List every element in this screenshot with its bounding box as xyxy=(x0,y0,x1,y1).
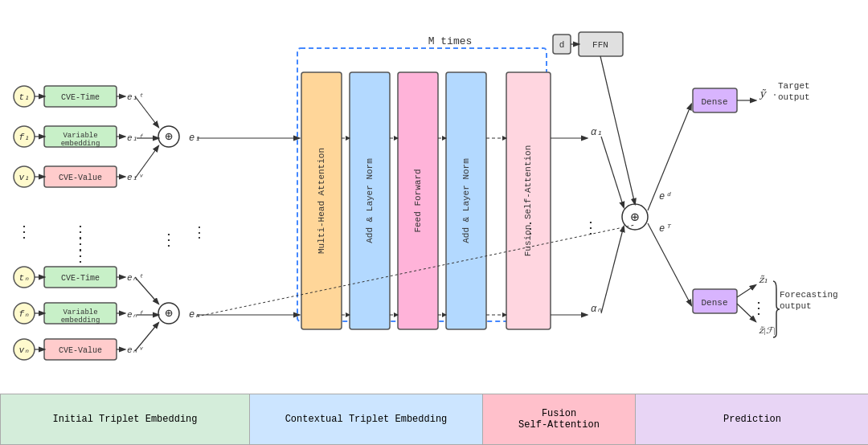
svg-text:⊕: ⊕ xyxy=(631,210,640,226)
svg-text:FFN: FFN xyxy=(592,40,608,50)
svg-line-99 xyxy=(600,56,635,204)
svg-text:⋮: ⋮ xyxy=(523,221,538,237)
prediction-label: Prediction xyxy=(723,414,781,425)
svg-text:eᵈ: eᵈ xyxy=(659,191,671,202)
svg-text:⋮: ⋮ xyxy=(16,223,32,242)
svg-text:v₁: v₁ xyxy=(18,173,29,182)
svg-text:embedding: embedding xyxy=(61,316,100,325)
svg-text:tₙ: tₙ xyxy=(18,273,29,283)
svg-text:CVE-Time: CVE-Time xyxy=(61,93,100,102)
svg-text:⋮: ⋮ xyxy=(161,231,177,250)
svg-text:α₁: α₁ xyxy=(591,127,602,138)
svg-line-62 xyxy=(135,323,158,351)
svg-line-101 xyxy=(648,223,691,305)
svg-text:Dense: Dense xyxy=(701,97,727,107)
svg-text:⋮: ⋮ xyxy=(192,225,207,241)
svg-text:Fusion Self-Attention: Fusion Self-Attention xyxy=(523,145,533,257)
svg-text:output: output xyxy=(778,92,810,102)
fusion-label: FusionSelf-Attention xyxy=(518,408,600,431)
svg-text:t₁: t₁ xyxy=(18,92,29,102)
svg-text:output: output xyxy=(780,301,812,311)
svg-text:CVE-Value: CVE-Value xyxy=(59,174,102,182)
bottom-bar: Initial Triplet Embedding Contextual Tri… xyxy=(0,394,868,445)
svg-text:CVE-Time: CVE-Time xyxy=(61,274,100,283)
svg-text:Multi-Head Attention: Multi-Head Attention xyxy=(317,148,326,254)
svg-text:Add & Layer Norm: Add & Layer Norm xyxy=(461,158,471,243)
svg-text:αₙ: αₙ xyxy=(591,304,602,315)
svg-text:embedding: embedding xyxy=(61,140,100,148)
svg-line-111 xyxy=(737,285,755,297)
svg-text:Variable: Variable xyxy=(63,132,97,140)
cell-initial-triplet: Initial Triplet Embedding xyxy=(1,394,250,444)
svg-text:Feed Forward: Feed Forward xyxy=(413,169,423,232)
svg-text:vₙ: vₙ xyxy=(18,345,29,355)
svg-text:Forecasting: Forecasting xyxy=(780,290,838,300)
cell-contextual-triplet: Contextual Triplet Embedding xyxy=(250,394,483,444)
svg-text:⊕: ⊕ xyxy=(165,130,173,145)
cell-fusion: FusionSelf-Attention xyxy=(483,394,636,444)
svg-text:⊕: ⊕ xyxy=(165,307,173,321)
svg-text:z̃₁: z̃₁ xyxy=(759,274,768,285)
svg-text:Dense: Dense xyxy=(701,298,727,308)
svg-text:Variable: Variable xyxy=(63,308,97,316)
svg-text:⋮: ⋮ xyxy=(751,300,767,318)
svg-line-60 xyxy=(135,277,158,304)
svg-line-59 xyxy=(135,146,158,178)
svg-text:d: d xyxy=(559,40,565,50)
contextual-triplet-label: Contextual Triplet Embedding xyxy=(285,414,448,425)
svg-text:CVE-Value: CVE-Value xyxy=(59,346,102,355)
svg-text:Add & Layer Norm: Add & Layer Norm xyxy=(365,158,375,243)
svg-text:⋮: ⋮ xyxy=(72,247,88,266)
svg-text:fₙ: fₙ xyxy=(18,309,29,319)
svg-text:z̃|ℱ|: z̃|ℱ| xyxy=(759,325,776,335)
svg-text:eᵀ: eᵀ xyxy=(659,223,671,235)
svg-text:M times: M times xyxy=(428,35,473,47)
svg-line-57 xyxy=(135,96,158,127)
svg-line-92 xyxy=(601,137,624,207)
cell-prediction: Prediction xyxy=(636,394,868,444)
svg-line-93 xyxy=(601,227,624,313)
svg-text:Target: Target xyxy=(778,81,810,91)
svg-text:f₁: f₁ xyxy=(18,133,29,142)
initial-triplet-label: Initial Triplet Embedding xyxy=(52,414,197,425)
svg-text:ỹ: ỹ xyxy=(759,88,767,100)
